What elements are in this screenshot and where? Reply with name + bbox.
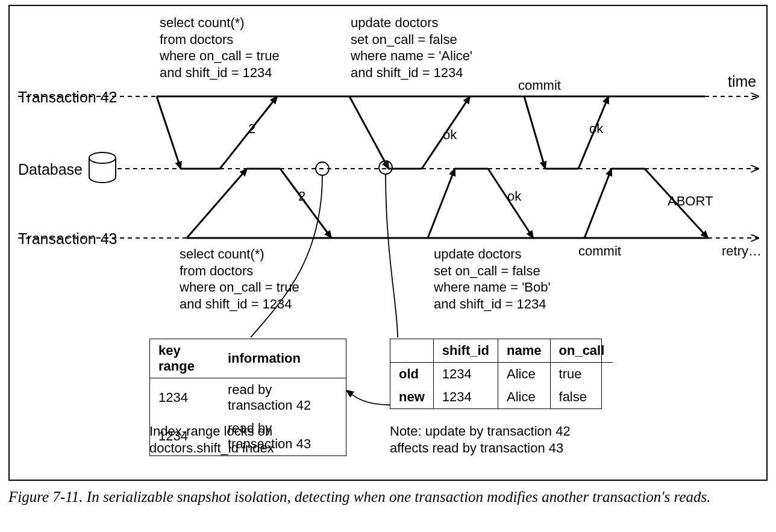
svg-point-19 (89, 152, 116, 163)
t42-commit: commit (518, 77, 561, 94)
locks-caption: Index-range locks on doctors.shift_id in… (149, 423, 274, 456)
ver-h2: name (498, 339, 550, 363)
svg-line-22 (187, 169, 247, 238)
ver-h1: shift_id (433, 339, 498, 363)
t43-label: Transaction 43 (18, 230, 117, 248)
svg-line-20 (157, 96, 181, 169)
figure-caption: Figure 7-11. In serializable snapshot is… (8, 487, 768, 507)
table-row: new 1234 Alice false (390, 386, 613, 408)
table-row: old 1234 Alice true (390, 363, 613, 386)
resp-t42-commit: ok (589, 120, 603, 137)
t43-update-sql: update doctors set on_call = false where… (434, 246, 551, 312)
locks-h1: information (219, 339, 346, 378)
database-icon (89, 152, 116, 183)
t42-select-sql: select count(*) from doctors where on_ca… (160, 14, 280, 81)
svg-line-26 (428, 169, 455, 238)
time-label: time (728, 72, 756, 91)
t43-commit: commit (578, 243, 621, 260)
ver-h3: on_call (550, 339, 613, 363)
t43-retry: retry… (722, 243, 762, 260)
t43-select-sql: select count(*) from doctors where on_ca… (180, 246, 299, 312)
table-row: 1234 read by transaction 42 (150, 378, 346, 418)
resp-t42-update: ok (443, 127, 457, 143)
db-label: Database (18, 160, 83, 179)
locks-h0: key range (150, 339, 219, 378)
resp-t43-update: ok (507, 188, 521, 205)
versions-caption: Note: update by transaction 42 affects r… (390, 423, 571, 456)
svg-line-30 (584, 169, 612, 238)
svg-line-24 (349, 96, 389, 169)
versions-table: shift_id name on_call old 1234 Alice tru… (390, 339, 602, 409)
svg-line-28 (524, 96, 545, 169)
t42-update-sql: update doctors set on_call = false where… (351, 14, 472, 81)
ver-h0 (390, 339, 433, 363)
resp-abort: ABORT (668, 193, 713, 210)
svg-line-23 (280, 169, 331, 238)
t42-label: Transaction 42 (18, 88, 117, 107)
resp-t43-select: 2 (298, 188, 305, 205)
resp-t42-select: 2 (248, 120, 255, 137)
